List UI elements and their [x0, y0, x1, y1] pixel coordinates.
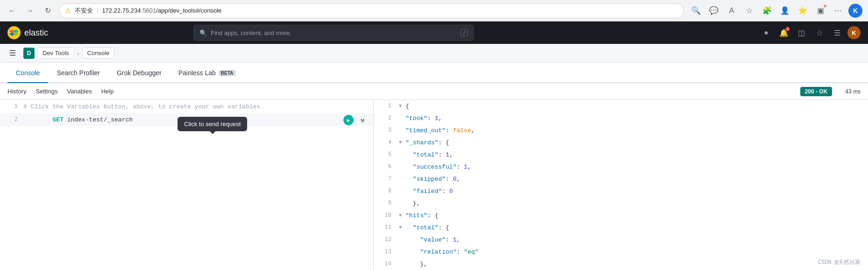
app-chrome-bar: ☰ D Dev Tools › Console [0, 44, 868, 63]
send-request-tooltip: Click to send request [178, 117, 247, 131]
notification-dot [823, 4, 827, 8]
line-content-2: GET index-test/_search [23, 109, 133, 130]
favorites-icon[interactable]: ⭐ [795, 3, 810, 18]
search-browser-icon[interactable]: 🔍 [689, 3, 704, 18]
tooltip-container: Click to send request [178, 117, 247, 131]
response-pane: 1 ▼ { 2 "took": 1, 3 "timed_out": false,… [374, 100, 868, 270]
line-number-2: 2 [4, 116, 18, 123]
breadcrumb-separator: › [77, 50, 79, 57]
svg-point-4 [14, 33, 18, 36]
toolbar-variables[interactable]: Variables [67, 88, 92, 95]
response-line-6: 6 "successful": 1, [374, 161, 868, 173]
security-warning-icon: ⚠ [65, 7, 71, 14]
editor-actions: ▶ ⚒ [343, 115, 368, 125]
editor-pane[interactable]: 1 # Click the Variables button, above, t… [0, 100, 374, 270]
search-placeholder: Find apps, content, and more. [211, 29, 292, 36]
tab-grok-debugger[interactable]: Grok Debugger [108, 64, 170, 83]
main-content: 1 # Click the Variables button, above, t… [0, 100, 868, 270]
hamburger-menu-button[interactable]: ☰ [6, 46, 20, 60]
layout-icon[interactable]: ◫ [794, 25, 809, 40]
elastic-logo-text: elastic [24, 28, 48, 38]
translate-icon[interactable]: A [724, 3, 739, 18]
response-line-7: 7 "skipped": 0, [374, 173, 868, 185]
response-line-12: 12 "value": 1, [374, 234, 868, 246]
search-icon: 🔍 [199, 29, 207, 36]
svg-point-2 [14, 30, 18, 33]
response-line-2: 2 "took": 1, [374, 112, 868, 124]
elastic-logo[interactable]: elastic [7, 26, 48, 39]
run-request-button[interactable]: ▶ [343, 115, 354, 125]
collections-icon[interactable]: ▣ [813, 3, 828, 18]
response-line-9: 9 }, [374, 197, 868, 209]
toolbar-settings[interactable]: Settings [36, 88, 57, 95]
tab-beta-badge: BETA [219, 70, 235, 76]
watermark: CSDN @天然玩家 [818, 258, 861, 266]
back-button[interactable]: ← [6, 4, 19, 17]
favorites-elastic-icon[interactable]: ☆ [812, 25, 827, 40]
browser-right-icons: 🔍 💬 A ☆ 🧩 👤 ⭐ ▣ ⋯ K [689, 3, 862, 18]
tab-search-profiler[interactable]: Search Profiler [48, 64, 108, 83]
svg-point-0 [7, 26, 21, 39]
response-line-14: 14 }, [374, 258, 868, 270]
response-line-10: 10 ▼ "hits": { [374, 209, 868, 221]
forward-button[interactable]: → [23, 4, 36, 17]
get-path: index-test/_search [64, 116, 133, 123]
get-keyword: GET [52, 116, 63, 123]
toolbar: History Settings Variables Help 200 - OK… [0, 83, 868, 100]
help-icon[interactable]: ● [759, 25, 774, 40]
browser-profile-avatar[interactable]: K [848, 4, 862, 18]
elastic-logo-icon [7, 26, 21, 39]
request-options-button[interactable]: ⚒ [357, 115, 368, 125]
breadcrumb-dev-tools[interactable]: Dev Tools [37, 47, 74, 59]
search-shortcut: / [461, 29, 468, 36]
response-line-5: 5 "total": 1, [374, 149, 868, 161]
elastic-search-bar[interactable]: 🔍 Find apps, content, and more. / [193, 25, 474, 41]
line-number-1: 1 [4, 103, 18, 110]
notifications-badge [786, 27, 790, 31]
browser-menu-icon[interactable]: ⋯ [831, 3, 846, 18]
browser-chrome: ← → ↻ ⚠ 不安全 | 172.22.75.234:5601/app/dev… [0, 0, 868, 21]
profile-browser-icon[interactable]: 👤 [777, 3, 792, 18]
breadcrumb: D Dev Tools › Console [23, 47, 114, 59]
breadcrumb-console[interactable]: Console [82, 47, 115, 59]
read-aloud-icon[interactable]: 💬 [706, 3, 721, 18]
tab-bar: Console Search Profiler Grok Debugger Pa… [0, 63, 868, 83]
elastic-apps-icon[interactable]: ☰ [830, 25, 845, 40]
tab-console[interactable]: Console [7, 64, 48, 83]
response-line-8: 8 "failed": 0 [374, 185, 868, 197]
toolbar-help[interactable]: Help [101, 88, 114, 95]
elastic-avatar[interactable]: K [847, 26, 861, 39]
address-text: 172.22.75.234:5601/app/dev_tools#/consol… [102, 7, 678, 14]
tab-painless-lab[interactable]: Painless Lab BETA [170, 64, 244, 83]
status-time: 43 ms [845, 88, 861, 95]
reload-button[interactable]: ↻ [41, 4, 54, 17]
response-line-4: 4 ▼ "_shards": { [374, 136, 868, 149]
elastic-header: elastic 🔍 Find apps, content, and more. … [0, 21, 868, 44]
response-line-3: 3 "timed_out": false, [374, 124, 868, 136]
toolbar-history[interactable]: History [7, 88, 26, 95]
address-warning-text: 不安全 [75, 7, 93, 15]
extensions-edge-icon[interactable]: 🧩 [760, 3, 775, 18]
address-separator: | [97, 7, 98, 14]
response-line-13: 13 "relation": "eq" [374, 246, 868, 258]
response-line-1: 1 ▼ { [374, 100, 868, 112]
elastic-header-right: ● 🔔 ◫ ☆ ☰ K [759, 25, 861, 40]
dev-tools-app-icon: D [23, 48, 35, 59]
status-badge: 200 - OK [800, 87, 832, 96]
bookmark-icon[interactable]: ☆ [742, 3, 757, 18]
address-bar[interactable]: ⚠ 不安全 | 172.22.75.234:5601/app/dev_tools… [59, 3, 684, 18]
notifications-icon[interactable]: 🔔 [776, 25, 791, 40]
response-line-11: 11 ▼ "total": { [374, 221, 868, 234]
